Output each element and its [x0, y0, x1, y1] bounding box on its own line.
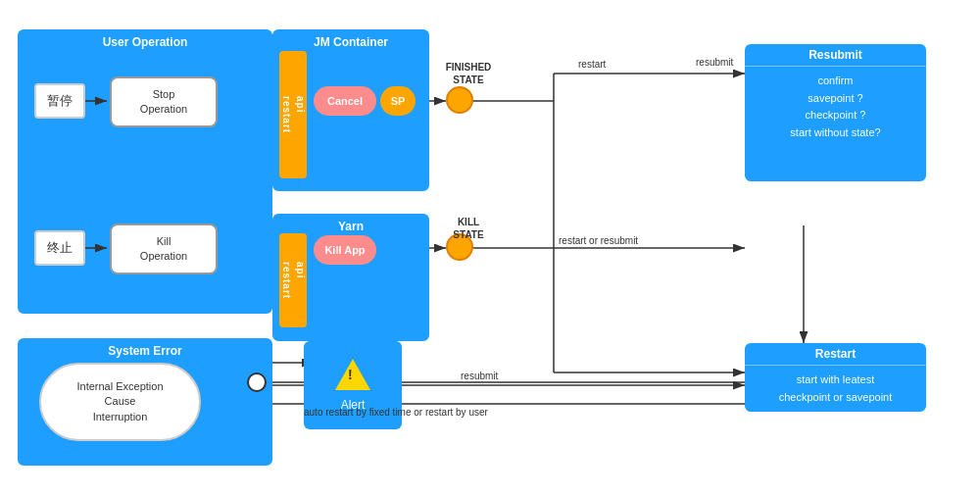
warning-icon	[335, 359, 370, 390]
kill-app-button[interactable]: Kill App	[314, 235, 376, 265]
system-error-title: System Error	[20, 340, 270, 360]
kill-operation-box: Kill Operation	[110, 223, 218, 274]
arrow-kill-kilop	[85, 243, 113, 255]
resubmit-box: Resubmit confirm savepoint ? checkpoint …	[745, 44, 926, 181]
restart-content: start with leatest checkpoint or savepoi…	[745, 366, 926, 412]
pause-box: 暂停	[34, 83, 85, 119]
system-junction-circle	[247, 372, 267, 392]
kill-box: 终止	[34, 230, 85, 266]
exception-cloud: Internal Exception Cause Interruption	[39, 363, 201, 441]
stop-operation-box: Stop Operation	[110, 76, 218, 127]
finished-state-label: FINISHED STATE	[439, 61, 498, 86]
restart-label: restart	[578, 59, 606, 70]
restart-title: Restart	[745, 343, 926, 366]
diagram: User Operation 暂停 Stop Operation 终止 Kill…	[0, 0, 980, 496]
resubmit-bottom-label: resubmit	[461, 371, 498, 381]
restart-or-resubmit-label: restart or resubmit	[559, 235, 638, 246]
user-operation-title: User Operation	[20, 31, 270, 51]
resubmit-content: confirm savepoint ? checkpoint ? start w…	[745, 67, 926, 147]
restart-box: Restart start with leatest checkpoint or…	[745, 343, 926, 412]
yarn-title: Yarn	[274, 216, 427, 235]
sp-button: SP	[380, 86, 416, 116]
yarn-restart-api: restart api	[279, 233, 307, 327]
cancel-button[interactable]: Cancel	[314, 86, 376, 116]
finished-state-circle	[446, 86, 473, 114]
resubmit-title: Resubmit	[745, 44, 926, 67]
arrow-pause-stop	[85, 96, 113, 108]
jm-container-title: JM Container	[274, 31, 427, 51]
jm-restart-api: restart api	[279, 51, 307, 178]
resubmit-top-label: resubmit	[696, 57, 733, 68]
kill-state-label: KILL STATE	[439, 216, 498, 241]
auto-restart-label: auto restart by fixed time or restart by…	[304, 407, 488, 418]
